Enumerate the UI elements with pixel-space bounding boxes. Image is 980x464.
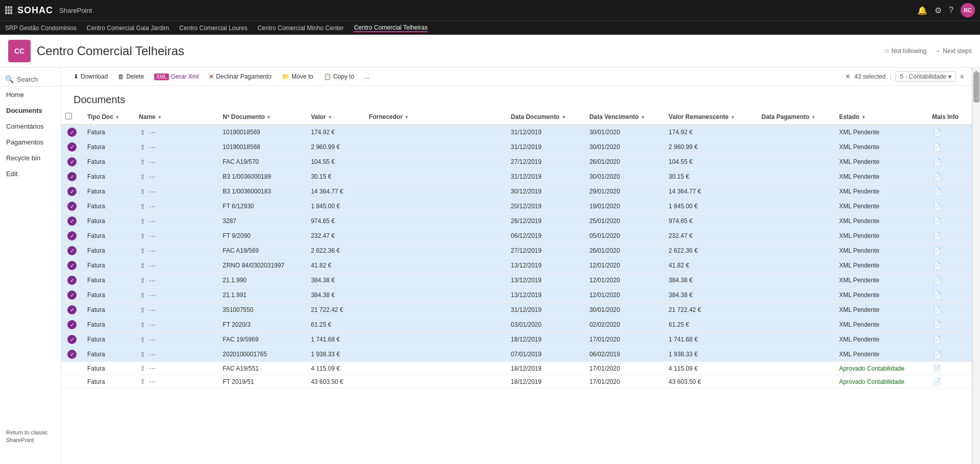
more-row-icon[interactable]: ⋯ xyxy=(149,277,156,284)
doc-icon[interactable]: 📄 xyxy=(933,351,941,358)
table-row[interactable]: Fatura ⇧ ⋯ FAC A19/551 4 115.09 € 18/12/… xyxy=(61,362,972,375)
table-row[interactable]: ✓ Fatura ⇧ ⋯ FAC 19/5969 1 741.68 € 18/1… xyxy=(61,332,972,347)
doc-icon[interactable]: 📄 xyxy=(933,188,941,196)
declinar-button[interactable]: ✕ Declinar Pagamento xyxy=(205,71,276,82)
select-all-checkbox[interactable] xyxy=(65,113,72,119)
row-mais-info[interactable]: 📄 xyxy=(928,303,972,318)
vertical-scrollbar[interactable]: ▲ ▼ xyxy=(972,68,980,464)
doc-icon[interactable]: 📄 xyxy=(933,247,941,255)
filter-icon[interactable]: ≡ xyxy=(960,73,964,80)
doc-icon[interactable]: 📄 xyxy=(933,129,941,136)
doc-icon[interactable]: 📄 xyxy=(933,291,941,299)
row-check[interactable]: ✓ xyxy=(61,214,83,229)
more-button[interactable]: ... xyxy=(360,71,374,82)
row-mais-info[interactable]: 📄 xyxy=(928,273,972,288)
row-mais-info[interactable]: 📄 xyxy=(928,362,972,375)
col-header-forn[interactable]: Fornecedor ▾ xyxy=(365,110,507,125)
doc-icon[interactable]: 📄 xyxy=(933,203,941,210)
more-row-icon[interactable]: ⋯ xyxy=(149,173,156,181)
search-btn[interactable]: 🔍 Search xyxy=(0,72,61,87)
row-mais-info[interactable]: 📄 xyxy=(928,318,972,332)
row-check[interactable]: ✓ xyxy=(61,199,83,214)
row-mais-info[interactable]: 📄 xyxy=(928,258,972,273)
more-row-icon[interactable]: ⋯ xyxy=(149,129,156,136)
share-icon[interactable]: ⇧ xyxy=(140,306,145,314)
doc-icon[interactable]: 📄 xyxy=(933,173,941,181)
share-icon[interactable]: ⇧ xyxy=(140,364,145,372)
share-icon[interactable]: ⇧ xyxy=(140,262,145,270)
col-header-check[interactable] xyxy=(61,110,83,125)
col-header-data-venc[interactable]: Data Vencimento ▾ xyxy=(585,110,665,125)
sidebar-item-edit[interactable]: Edit xyxy=(0,166,61,182)
share-icon[interactable]: ⇧ xyxy=(140,188,145,196)
col-header-tipo[interactable]: Tipo Doc ▾ xyxy=(83,110,135,125)
doc-icon[interactable]: 📄 xyxy=(933,262,941,270)
scroll-thumb[interactable] xyxy=(973,72,979,103)
more-row-icon[interactable]: ⋯ xyxy=(149,291,156,299)
share-icon[interactable]: ⇧ xyxy=(140,291,145,299)
more-row-icon[interactable]: ⋯ xyxy=(149,378,156,385)
doc-icon[interactable]: 📄 xyxy=(933,378,941,385)
next-steps-btn[interactable]: → Next steps xyxy=(935,47,972,55)
more-row-icon[interactable]: ⋯ xyxy=(149,188,156,196)
row-check[interactable]: ✓ xyxy=(61,318,83,332)
row-mais-info[interactable]: 📄 xyxy=(928,229,972,243)
gerar-xml-button[interactable]: XML Gerar Xml xyxy=(150,71,203,82)
share-icon[interactable]: ⇧ xyxy=(140,351,145,358)
sidebar-item-comentarios[interactable]: Comentários xyxy=(0,118,61,134)
row-mais-info[interactable]: 📄 xyxy=(928,214,972,229)
col-header-estado[interactable]: Estado ▾ xyxy=(835,110,928,125)
share-icon[interactable]: ⇧ xyxy=(140,143,145,151)
row-mais-info[interactable]: 📄 xyxy=(928,347,972,362)
sidebar-item-recycle[interactable]: Recycle bin xyxy=(0,150,61,166)
share-icon[interactable]: ⇧ xyxy=(140,217,145,225)
col-header-valor-rem[interactable]: Valor Remanescente ▾ xyxy=(665,110,757,125)
waffle-icon[interactable] xyxy=(5,6,13,14)
table-row[interactable]: ✓ Fatura ⇧ ⋯ 10190018569 174.92 € 31/12/… xyxy=(61,125,972,140)
row-check[interactable] xyxy=(61,375,83,388)
doc-icon[interactable]: 📄 xyxy=(933,217,941,225)
help-icon[interactable]: ? xyxy=(949,6,953,15)
row-check[interactable]: ✓ xyxy=(61,125,83,140)
settings-icon[interactable]: ⚙ xyxy=(935,6,942,15)
share-icon[interactable]: ⇧ xyxy=(140,277,145,284)
table-row[interactable]: ✓ Fatura ⇧ ⋯ 351007550 21 722.42 € 31/12… xyxy=(61,303,972,318)
doc-icon[interactable]: 📄 xyxy=(933,143,941,151)
table-row[interactable]: ✓ Fatura ⇧ ⋯ FT 6/12930 1 845.00 € 20/12… xyxy=(61,199,972,214)
table-row[interactable]: ✓ Fatura ⇧ ⋯ 10190018568 2 960.99 € 31/1… xyxy=(61,140,972,155)
share-icon[interactable]: ⇧ xyxy=(140,158,145,166)
user-avatar[interactable]: RC xyxy=(961,3,975,17)
return-classic-link[interactable]: Return to classic SharePoint xyxy=(6,429,47,443)
nav-tab-srp[interactable]: SRP Gestão Condominios xyxy=(5,25,77,32)
row-check[interactable]: ✓ xyxy=(61,184,83,199)
share-icon[interactable]: ⇧ xyxy=(140,173,145,181)
row-mais-info[interactable]: 📄 xyxy=(928,375,972,388)
table-row[interactable]: ✓ Fatura ⇧ ⋯ 21.1.990 384.38 € 13/12/201… xyxy=(61,273,972,288)
more-row-icon[interactable]: ⋯ xyxy=(149,203,156,210)
row-check[interactable] xyxy=(61,362,83,375)
row-check[interactable]: ✓ xyxy=(61,140,83,155)
row-mais-info[interactable]: 📄 xyxy=(928,125,972,140)
delete-button[interactable]: 🗑 Delete xyxy=(114,71,148,82)
more-row-icon[interactable]: ⋯ xyxy=(149,262,156,270)
row-check[interactable]: ✓ xyxy=(61,273,83,288)
row-check[interactable]: ✓ xyxy=(61,303,83,318)
doc-icon[interactable]: 📄 xyxy=(933,321,941,329)
row-check[interactable]: ✓ xyxy=(61,332,83,347)
more-row-icon[interactable]: ⋯ xyxy=(149,364,156,372)
share-icon[interactable]: ⇧ xyxy=(140,232,145,240)
sidebar-item-documents[interactable]: Documents xyxy=(0,103,61,118)
close-selection-icon[interactable]: ✕ xyxy=(845,73,850,80)
col-header-name[interactable]: Name ▾ xyxy=(135,110,218,125)
nav-tab-loures[interactable]: Centro Comercial Loures xyxy=(179,25,247,32)
row-check[interactable]: ✓ xyxy=(61,155,83,169)
sidebar-item-home[interactable]: Home xyxy=(0,87,61,103)
col-header-valor[interactable]: Valor ▾ xyxy=(307,110,365,125)
row-mais-info[interactable]: 📄 xyxy=(928,332,972,347)
doc-icon[interactable]: 📄 xyxy=(933,306,941,314)
share-icon[interactable]: ⇧ xyxy=(140,378,145,385)
copy-to-button[interactable]: 📋 Copy to xyxy=(320,71,358,82)
share-icon[interactable]: ⇧ xyxy=(140,336,145,344)
col-header-data-doc[interactable]: Data Documento ▾ xyxy=(507,110,585,125)
row-check[interactable]: ✓ xyxy=(61,243,83,258)
